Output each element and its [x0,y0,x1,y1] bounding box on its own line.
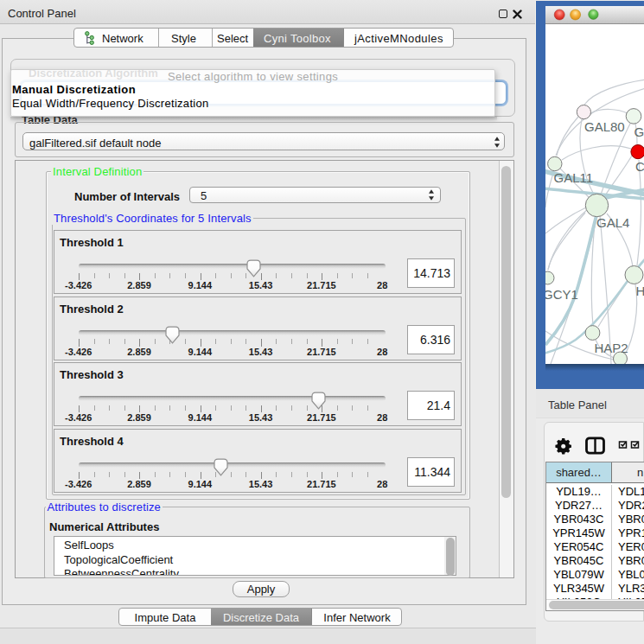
svg-text:GAL11: GAL11 [554,170,594,185]
svg-text:C: C [635,159,644,174]
svg-text:GAL4: GAL4 [596,215,629,230]
svg-text:H: H [636,284,644,298]
svg-text:GAL80: GAL80 [584,119,625,134]
svg-text:GA: GA [634,124,644,139]
svg-text:HAP2: HAP2 [595,341,628,355]
svg-text:GCY1: GCY1 [545,287,578,302]
